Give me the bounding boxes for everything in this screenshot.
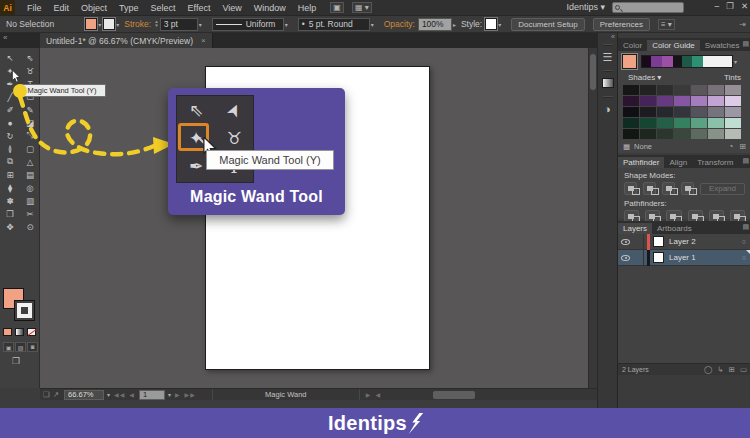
menu-file[interactable]: File	[21, 3, 48, 13]
layout-switcher-icon[interactable]: ▦ ▾	[352, 2, 372, 13]
eyedropper-tool[interactable]: ⧫	[0, 181, 20, 194]
variation-swatch[interactable]	[674, 129, 690, 139]
menu-type[interactable]: Type	[113, 3, 145, 13]
zoom-level-field[interactable]: 66.67%	[64, 390, 104, 400]
unite-icon[interactable]	[624, 182, 637, 195]
variation-swatch[interactable]	[640, 96, 656, 106]
restore-button[interactable]: ❐	[726, 1, 734, 11]
stroke-label[interactable]: Stroke:	[124, 19, 151, 29]
style-swatch[interactable]	[485, 18, 497, 30]
fill-dropdown-icon[interactable]: ▾	[98, 21, 101, 28]
layer-target-icon[interactable]: ○	[742, 238, 746, 245]
variation-swatch[interactable]	[708, 85, 724, 95]
fill-color-swatch[interactable]	[85, 18, 97, 30]
variation-swatch[interactable]	[640, 118, 656, 128]
tab-transform[interactable]: Transform	[692, 157, 738, 168]
artboard-tool[interactable]: ❒	[0, 207, 20, 220]
harmony-strip[interactable]	[641, 55, 733, 68]
save-to-swatches-icon[interactable]: ⊞	[739, 142, 746, 151]
new-sublayer-icon[interactable]: ↳	[717, 365, 723, 374]
status-icon-a[interactable]: ❏	[43, 390, 50, 399]
harmony-color[interactable]	[692, 56, 703, 67]
stroke-color-swatch[interactable]	[103, 18, 115, 30]
close-button[interactable]: ✕	[741, 1, 748, 11]
layer-thumbnail[interactable]	[653, 236, 664, 247]
draw-normal-icon[interactable]: ▣	[3, 342, 14, 352]
variation-swatch[interactable]	[640, 107, 656, 117]
artboard-number-field[interactable]: 1	[139, 390, 165, 400]
preferences-button[interactable]: Preferences	[593, 18, 650, 31]
clipping-mask-icon[interactable]: ◯	[704, 365, 712, 374]
variation-swatch[interactable]	[691, 96, 707, 106]
control-options-icon[interactable]: ≡ ▾	[658, 19, 675, 30]
variation-swatch[interactable]	[623, 107, 639, 117]
variation-swatch[interactable]	[674, 85, 690, 95]
draw-inside-icon[interactable]: ◙	[27, 342, 38, 352]
opacity-label[interactable]: Opacity:	[384, 19, 415, 29]
variation-swatch[interactable]	[691, 85, 707, 95]
menu-select[interactable]: Select	[145, 3, 182, 13]
stroke-weight-stepper[interactable]: ▲▼	[154, 20, 158, 28]
brush-select[interactable]: •5 pt. Round	[298, 18, 370, 31]
delete-layer-icon[interactable]: ▭	[740, 365, 747, 374]
blend-tool[interactable]: ◎	[20, 181, 40, 194]
intersect-icon[interactable]	[662, 182, 675, 195]
layer-row[interactable]: Layer 2○	[618, 234, 750, 250]
variation-swatch[interactable]	[691, 118, 707, 128]
control-panel-menu-icon[interactable]: ⇥	[739, 20, 746, 29]
variation-swatch[interactable]	[623, 129, 639, 139]
harmony-color[interactable]	[642, 56, 651, 67]
variation-swatch[interactable]	[691, 129, 707, 139]
color-panel-icon[interactable]: ☰	[598, 48, 617, 66]
variation-swatch[interactable]	[725, 85, 741, 95]
menu-object[interactable]: Object	[75, 3, 113, 13]
variation-swatch[interactable]	[674, 96, 690, 106]
workspace-switcher[interactable]: Identips ▾	[566, 2, 605, 12]
tab-align[interactable]: Align	[664, 157, 692, 168]
menu-edit[interactable]: Edit	[48, 3, 76, 13]
direct-selection-tool[interactable]: ⇖	[20, 51, 40, 64]
tools-collapse-icon[interactable]: «	[0, 33, 40, 48]
first-artboard-icon[interactable]: ◀◀	[114, 391, 125, 398]
variation-swatch[interactable]	[708, 96, 724, 106]
selection-tool[interactable]: ↖	[0, 51, 20, 64]
variation-swatch[interactable]	[623, 85, 639, 95]
variation-swatch[interactable]	[708, 107, 724, 117]
zoom-tool[interactable]: ⊙	[20, 220, 40, 233]
menu-effect[interactable]: Effect	[182, 3, 217, 13]
harmony-color[interactable]	[651, 56, 662, 67]
tab-pathfinder[interactable]: Pathfinder	[618, 157, 664, 168]
status-icon-b[interactable]: ↗	[53, 390, 59, 399]
lasso-tool[interactable]: ♉	[20, 64, 40, 77]
tab-close-icon[interactable]: ×	[201, 36, 206, 45]
menu-view[interactable]: View	[216, 3, 247, 13]
variation-swatch[interactable]	[657, 85, 673, 95]
variation-swatch[interactable]	[708, 129, 724, 139]
slice-tool[interactable]: ✂	[20, 207, 40, 220]
tab-artboards[interactable]: Artboards	[652, 223, 697, 234]
harmony-color[interactable]	[673, 56, 682, 67]
variation-swatch[interactable]	[725, 129, 741, 139]
menu-help[interactable]: Help	[292, 3, 323, 13]
base-color-swatch[interactable]	[622, 54, 637, 69]
stroke-dropdown-icon[interactable]: ▾	[116, 21, 119, 28]
next-artboard-icon[interactable]: ▶	[175, 391, 181, 398]
panels-collapse-icon[interactable]: «	[598, 33, 617, 40]
variation-swatch[interactable]	[725, 107, 741, 117]
visibility-eye-icon[interactable]	[621, 255, 630, 261]
tab-layers[interactable]: Layers	[618, 223, 652, 234]
scroll-left-icon[interactable]: ▶	[366, 391, 372, 398]
draw-behind-icon[interactable]: ▨	[15, 342, 26, 352]
shades-select[interactable]: Shades ▾	[628, 73, 661, 82]
menu-window[interactable]: Window	[248, 3, 292, 13]
variation-swatch[interactable]	[725, 118, 741, 128]
layer-target-icon[interactable]: ○	[742, 254, 746, 261]
variation-swatch[interactable]	[657, 96, 673, 106]
vertical-scrollbar-thumb[interactable]	[590, 54, 596, 90]
horizontal-scrollbar-thumb[interactable]	[433, 391, 475, 399]
hand-tool[interactable]: ✥	[0, 220, 20, 233]
vertical-scrollbar[interactable]	[588, 48, 597, 388]
harmony-color[interactable]	[682, 56, 692, 67]
tab-color[interactable]: Color	[618, 40, 647, 51]
document-setup-button[interactable]: Document Setup	[511, 18, 585, 31]
